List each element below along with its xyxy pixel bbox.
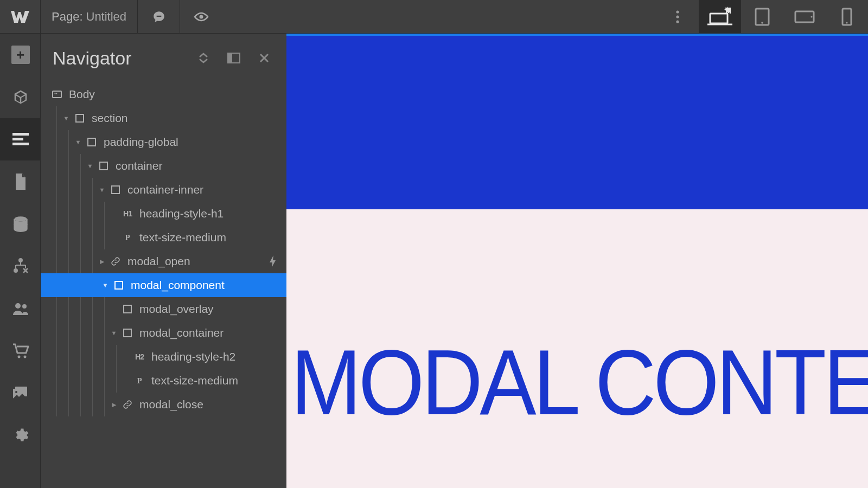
link-icon — [121, 400, 134, 409]
panel-dock-button[interactable] — [224, 48, 244, 68]
svg-point-3 — [676, 15, 679, 18]
breakpoint-tablet-button[interactable] — [741, 0, 783, 34]
tree-label: text-size-medium — [139, 231, 226, 244]
ecommerce-button[interactable] — [0, 330, 41, 372]
navigator-panel: Navigator Body ▼ section — [41, 34, 286, 488]
div-block-icon — [85, 138, 98, 146]
expand-toggle-icon[interactable]: ▼ — [110, 330, 118, 336]
svg-point-10 — [761, 22, 763, 24]
breakpoint-phone-button[interactable] — [826, 0, 868, 34]
tree-label: container — [116, 159, 162, 172]
div-block-icon — [121, 305, 134, 313]
users-button[interactable] — [0, 287, 41, 330]
expand-toggle-icon[interactable]: ▼ — [62, 115, 70, 121]
tree-item-container[interactable]: ▼ container — [41, 154, 286, 178]
navigator-tree: Body ▼ section ▼ padding-global ▼ contai… — [41, 82, 286, 488]
tree-label: modal_open — [127, 255, 190, 268]
svg-point-19 — [18, 258, 23, 262]
navigator-rail-button[interactable] — [0, 118, 41, 160]
page-label: Page: — [52, 10, 83, 24]
logic-button[interactable] — [0, 245, 41, 287]
top-bar: Page: Untitled — [0, 0, 868, 34]
tree-item-modal-container[interactable]: ▼ modal_container — [41, 321, 286, 345]
add-element-button[interactable]: + — [0, 34, 41, 76]
div-block-icon — [112, 281, 125, 290]
tree-item-modal-component[interactable]: ▼ modal_component — [41, 273, 286, 297]
svg-rect-15 — [12, 133, 29, 136]
svg-point-12 — [810, 16, 812, 17]
svg-rect-5 — [710, 14, 727, 23]
tree-item-heading-h2[interactable]: H2 heading-style-h2 — [41, 345, 286, 369]
tree-item-modal-open[interactable]: ▶ modal_open — [41, 249, 286, 273]
comments-button[interactable] — [138, 0, 180, 34]
expand-toggle-icon[interactable]: ▼ — [86, 163, 94, 169]
svg-rect-17 — [12, 143, 29, 145]
canvas-heading-text[interactable]: MODAL CONTENT — [291, 336, 868, 428]
breakpoint-desktop-button[interactable] — [699, 0, 741, 34]
tree-item-padding-global[interactable]: ▼ padding-global — [41, 130, 286, 154]
more-options-button[interactable] — [656, 0, 699, 34]
tree-label: heading-style-h2 — [151, 350, 235, 363]
tree-label: heading-style-h1 — [139, 207, 224, 220]
svg-point-1 — [200, 15, 203, 18]
heading-h2-icon: H2 — [133, 352, 146, 361]
tree-label: text-size-medium — [151, 374, 238, 387]
tree-label: container-inner — [127, 183, 203, 196]
navigator-title: Navigator — [53, 48, 183, 69]
cms-button[interactable] — [0, 203, 41, 245]
logo[interactable] — [0, 0, 41, 34]
paragraph-icon: P — [121, 233, 134, 242]
pages-button[interactable] — [0, 160, 41, 203]
div-block-icon — [109, 185, 122, 194]
tree-item-heading-h1[interactable]: H1 heading-style-h1 — [41, 202, 286, 226]
preview-button[interactable] — [180, 0, 222, 34]
tree-item-modal-close[interactable]: ▶ modal_close — [41, 393, 286, 416]
settings-button[interactable] — [0, 414, 41, 457]
tree-label: modal_component — [131, 279, 225, 292]
close-panel-button[interactable] — [254, 48, 275, 68]
tree-item-section[interactable]: ▼ section — [41, 106, 286, 130]
assets-button[interactable] — [0, 372, 41, 414]
page-name: Untitled — [86, 10, 127, 24]
svg-point-4 — [676, 20, 679, 23]
expand-toggle-icon[interactable]: ▶ — [98, 258, 106, 265]
svg-rect-16 — [12, 138, 23, 140]
tree-label: modal_container — [139, 326, 224, 339]
svg-point-27 — [15, 303, 21, 309]
interaction-icon — [269, 255, 277, 267]
tree-label: modal_overlay — [139, 303, 214, 316]
tree-item-body[interactable]: Body — [41, 82, 286, 106]
components-button[interactable] — [0, 76, 41, 118]
left-tool-rail: + — [0, 34, 41, 488]
tree-label: Body — [69, 88, 95, 101]
tree-item-text-medium-2[interactable]: P text-size-medium — [41, 369, 286, 393]
expand-toggle-icon[interactable]: ▼ — [98, 187, 106, 193]
tree-item-container-inner[interactable]: ▼ container-inner — [41, 178, 286, 202]
expand-toggle-icon[interactable]: ▼ — [74, 139, 82, 145]
svg-point-14 — [846, 22, 847, 23]
design-canvas[interactable]: MODAL CONTENT — [286, 34, 868, 488]
div-block-icon — [97, 162, 110, 170]
tree-item-modal-overlay[interactable]: modal_overlay — [41, 297, 286, 321]
breakpoint-landscape-phone-button[interactable] — [783, 0, 826, 34]
tree-item-text-medium-1[interactable]: P text-size-medium — [41, 226, 286, 249]
svg-point-34 — [15, 391, 17, 393]
canvas-section-background — [286, 36, 868, 209]
tree-label: padding-global — [104, 136, 178, 149]
expand-toggle-icon[interactable]: ▶ — [110, 401, 118, 408]
tree-label: modal_close — [139, 398, 203, 411]
svg-rect-36 — [228, 53, 232, 63]
link-icon — [109, 256, 122, 266]
tree-label: section — [92, 112, 128, 125]
page-selector[interactable]: Page: Untitled — [41, 0, 138, 34]
collapse-all-button[interactable] — [193, 48, 214, 68]
svg-point-28 — [22, 304, 27, 309]
svg-point-30 — [23, 356, 26, 358]
svg-rect-0 — [156, 15, 161, 16]
expand-toggle-icon[interactable]: ▼ — [101, 282, 109, 288]
body-icon — [50, 91, 63, 98]
heading-h1-icon: H1 — [121, 209, 134, 218]
svg-point-2 — [676, 10, 679, 13]
svg-point-24 — [14, 268, 18, 273]
div-block-icon — [121, 329, 134, 337]
